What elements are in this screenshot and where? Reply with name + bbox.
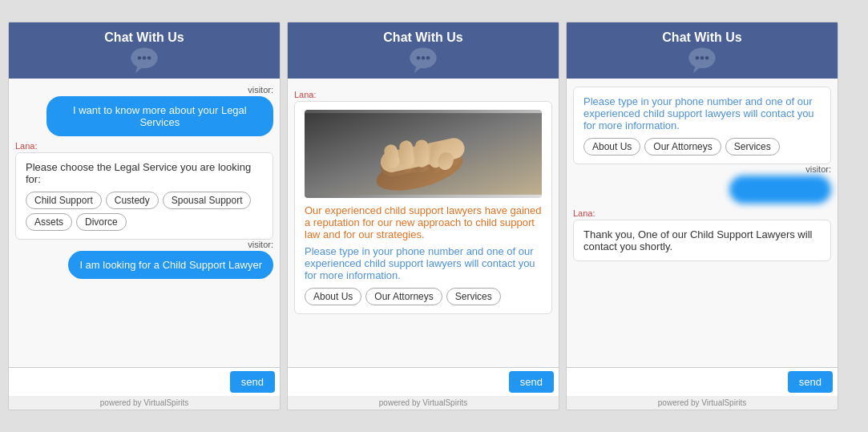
about-us-button-3[interactable]: About Us (583, 138, 640, 155)
lana-label-2: Lana: (294, 90, 552, 99)
powered-by-1: powered by VirtualSpirits (9, 396, 280, 410)
chat-image (305, 110, 542, 198)
send-button-2[interactable]: send (509, 371, 554, 393)
divorce-button[interactable]: Divorce (76, 213, 127, 231)
chat-input-1[interactable] (14, 373, 230, 391)
lana-text-blue-3: Please type in your phone number and one… (583, 95, 821, 131)
chat-body-3: Please type in your phone number and one… (567, 79, 838, 367)
lana-label-3: Lana: (573, 208, 831, 218)
svg-marker-24 (693, 66, 702, 73)
svg-point-26 (700, 56, 704, 60)
btn-group-1: Child Support Custedy Spousal Support As… (26, 192, 263, 231)
powered-by-2: powered by VirtualSpirits (288, 396, 559, 410)
svg-point-9 (426, 56, 430, 60)
assets-button[interactable]: Assets (26, 213, 72, 231)
svg-point-2 (138, 56, 142, 60)
svg-point-4 (147, 56, 151, 60)
chat-body-2: Lana: (288, 79, 559, 367)
hands-illustration (305, 110, 542, 198)
svg-point-3 (143, 56, 147, 60)
chat-bubble-icon-1 (129, 46, 159, 74)
visitor-bubble-1: I want to know more about your Legal Ser… (46, 96, 273, 136)
visitor-bubble-1b: I am looking for a Child Support Lawyer (68, 251, 273, 279)
chat-footer-1: send (9, 367, 280, 396)
svg-point-7 (417, 56, 421, 60)
svg-point-25 (696, 56, 700, 60)
chat-bubble-icon-3 (687, 46, 717, 74)
services-button-2[interactable]: Services (446, 288, 501, 305)
about-us-button-2[interactable]: About Us (305, 288, 361, 305)
chat-title-2: Chat With Us (383, 30, 462, 45)
svg-rect-20 (415, 139, 429, 167)
chat-widget-3: Chat With Us Please type in your phone n… (566, 22, 838, 410)
chat-widget-1: Chat With Us visitor: I want to know mor… (8, 22, 281, 410)
lana-text-blue-2: Please type in your phone number and one… (305, 245, 542, 281)
svg-marker-1 (135, 66, 144, 73)
send-button-3[interactable]: send (788, 371, 833, 393)
chat-container: Chat With Us visitor: I want to know mor… (8, 22, 860, 410)
lana-bubble-2: Our experienced child support lawyers ha… (294, 101, 552, 314)
chat-header-1: Chat With Us (9, 22, 280, 79)
our-attorneys-button-3[interactable]: Our Attorneys (644, 138, 721, 155)
lana-bubble-3a: Please type in your phone number and one… (573, 87, 831, 164)
chat-title-3: Chat With Us (662, 30, 741, 45)
visitor-label-1b: visitor: (15, 240, 273, 249)
svg-point-27 (705, 56, 709, 60)
chat-title-1: Chat With Us (104, 30, 184, 45)
lana-text-orange-2: Our experienced child support lawyers ha… (305, 204, 542, 240)
spousal-support-button[interactable]: Spousal Support (163, 192, 252, 209)
svg-point-8 (422, 56, 426, 60)
visitor-label-3: visitor: (573, 164, 831, 174)
lana-text-3: Thank you, One of our Child Support Lawy… (583, 228, 812, 252)
visitor-blurred-bubble-3 (729, 176, 831, 204)
chat-header-2: Chat With Us (288, 22, 559, 79)
powered-by-3: powered by VirtualSpirits (567, 396, 838, 410)
svg-marker-6 (414, 66, 423, 73)
chat-widget-2: Chat With Us Lana: (287, 22, 559, 410)
chat-footer-3: send (567, 367, 838, 396)
lana-text-1: Please choose the Legal Service you are … (26, 161, 251, 185)
chat-input-2[interactable] (293, 373, 509, 391)
lana-bubble-1: Please choose the Legal Service you are … (15, 152, 273, 240)
visitor-label-1: visitor: (15, 85, 273, 95)
lana-label-1: Lana: (15, 141, 273, 151)
custedy-button[interactable]: Custedy (106, 192, 159, 209)
btn-group-2: About Us Our Attorneys Services (305, 288, 542, 305)
lana-bubble-3b: Thank you, One of our Child Support Lawy… (573, 220, 831, 261)
chat-input-3[interactable] (571, 373, 788, 391)
btn-group-3: About Us Our Attorneys Services (583, 138, 821, 155)
chat-footer-2: send (288, 367, 559, 396)
chat-bubble-icon-2 (408, 46, 438, 74)
child-support-button[interactable]: Child Support (26, 192, 102, 209)
chat-body-1: visitor: I want to know more about your … (9, 79, 280, 367)
services-button-3[interactable]: Services (725, 138, 780, 155)
chat-header-3: Chat With Us (567, 22, 838, 79)
our-attorneys-button-2[interactable]: Our Attorneys (365, 288, 442, 305)
send-button-1[interactable]: send (230, 371, 275, 393)
